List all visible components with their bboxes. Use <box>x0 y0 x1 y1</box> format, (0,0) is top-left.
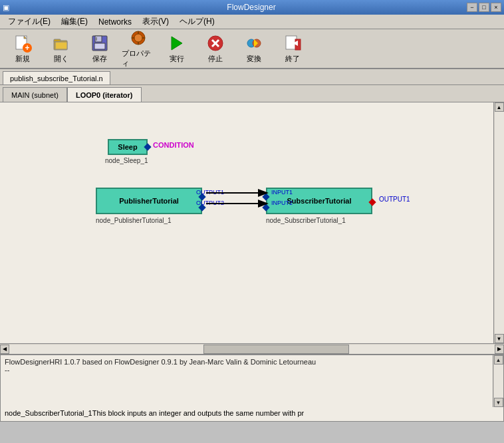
hscroll-left-button[interactable]: ◀ <box>0 345 9 354</box>
connection-arrows <box>0 102 493 343</box>
tooltip-bar: node_SubscriberTutorial_1This block inpu… <box>0 407 504 422</box>
status-line2: -- <box>5 366 499 374</box>
view-tab-loop0[interactable]: LOOP0 (iterator) <box>67 87 142 102</box>
properties-icon <box>129 29 148 47</box>
status-scroll-up[interactable]: ▲ <box>494 355 503 365</box>
scroll-down-button[interactable]: ▼ <box>495 334 504 343</box>
svg-rect-14 <box>138 42 139 45</box>
canvas-container: Sleep node_Sleep_1 CONDITION PublisherTu… <box>0 102 504 343</box>
status-scroll-track[interactable] <box>494 365 503 398</box>
publisher-output2-label: OUTPUT2 <box>196 200 224 206</box>
subscriber-input2-port <box>262 204 269 211</box>
svg-rect-10 <box>96 37 97 41</box>
toolbar-quit-button[interactable]: 終了 <box>275 31 310 66</box>
toolbar-transform-label: 変換 <box>247 54 261 64</box>
svg-marker-17 <box>172 37 182 50</box>
view-tab-main[interactable]: MAIN (subnet) <box>3 87 67 102</box>
subscriber-output1-port <box>368 198 376 206</box>
new-icon: + <box>13 34 32 53</box>
toolbar-run-label: 実行 <box>170 54 184 64</box>
quit-icon <box>283 34 302 53</box>
hscroll-thumb[interactable] <box>203 345 349 354</box>
toolbar-properties-label: プロパティ <box>122 49 155 69</box>
sleep-condition-label: CONDITION <box>153 141 194 149</box>
publisher-node-label: PublisherTutorial <box>119 197 179 205</box>
menu-view[interactable]: 表示(V) <box>137 15 174 29</box>
toolbar-properties-button[interactable]: プロパティ <box>121 31 156 66</box>
maximize-button[interactable]: □ <box>479 3 489 12</box>
publisher-output1-label: OUTPUT1 <box>196 189 224 196</box>
toolbar-stop-label: 停止 <box>208 54 223 64</box>
window-title: FlowDesigner <box>227 3 275 12</box>
status-line1: FlowDesignerHRI 1.0.7 based on FlowDesig… <box>5 358 499 366</box>
title-bar: ▣ FlowDesigner − □ × <box>0 0 504 15</box>
subscriber-input1-label: INPUT1 <box>271 189 293 196</box>
stop-icon <box>206 34 225 53</box>
svg-point-12 <box>134 34 142 42</box>
right-scrollbar: ▲ ▼ <box>493 102 504 343</box>
toolbar-quit-label: 終了 <box>285 54 300 64</box>
scroll-up-button[interactable]: ▲ <box>495 102 504 112</box>
sleep-output-port <box>144 143 151 150</box>
toolbar-new-button[interactable]: + 新規 <box>5 31 40 66</box>
subscriber-node-sublabel: node_SubscriberTutorial_1 <box>266 217 346 224</box>
toolbar-run-button[interactable]: 実行 <box>160 31 194 66</box>
svg-rect-16 <box>142 37 145 39</box>
horizontal-scrollbar: ◀ ▶ <box>0 343 504 354</box>
sleep-node-sublabel: node_Sleep_1 <box>105 157 148 164</box>
status-scroll-down[interactable]: ▼ <box>494 398 503 407</box>
subscriber-input2-label: INPUT2 <box>271 200 293 206</box>
toolbar-new-label: 新規 <box>15 54 30 64</box>
menu-help[interactable]: ヘルプ(H) <box>174 15 220 29</box>
toolbar-save-button[interactable]: 保存 <box>82 31 117 66</box>
open-icon <box>52 34 70 53</box>
svg-rect-9 <box>94 43 105 49</box>
toolbar-open-button[interactable]: 開く <box>44 31 78 66</box>
sleep-node-label: Sleep <box>118 143 137 151</box>
status-scrollbar: ▲ ▼ <box>493 355 503 407</box>
menu-file[interactable]: ファイル(E) <box>3 15 56 29</box>
svg-rect-5 <box>54 39 61 42</box>
file-tabs: publish_subscribe_Tutorial.n <box>0 69 504 85</box>
scroll-track[interactable] <box>495 112 504 334</box>
menu-edit[interactable]: 編集(E) <box>56 15 93 29</box>
publisher-node-sublabel: node_PublisherTutorial_1 <box>96 217 172 224</box>
toolbar-save-label: 保存 <box>92 54 107 64</box>
run-icon <box>168 34 186 53</box>
toolbar-stop-button[interactable]: 停止 <box>198 31 233 66</box>
view-tabs: MAIN (subnet) LOOP0 (iterator) <box>0 85 504 102</box>
svg-rect-15 <box>132 37 134 39</box>
menu-networks[interactable]: Networks <box>93 16 137 28</box>
svg-rect-13 <box>138 31 139 34</box>
save-icon <box>90 34 109 53</box>
hscroll-track[interactable] <box>9 345 495 354</box>
svg-rect-6 <box>55 42 67 49</box>
status-area: FlowDesignerHRI 1.0.7 based on FlowDesig… <box>0 354 504 407</box>
toolbar-open-label: 開く <box>54 54 68 64</box>
window-controls: − □ × <box>467 3 501 12</box>
minimize-button[interactable]: − <box>467 3 477 12</box>
hscroll-right-button[interactable]: ▶ <box>495 345 504 354</box>
file-tab-0[interactable]: publish_subscribe_Tutorial.n <box>3 71 110 84</box>
toolbar-transform-button[interactable]: 変換 <box>237 31 271 66</box>
toolbar: + 新規 開く 保存 <box>0 29 504 69</box>
subscriber-node-label: SubscriberTutorial <box>287 197 352 205</box>
sleep-node[interactable]: Sleep <box>108 139 148 155</box>
canvas[interactable]: Sleep node_Sleep_1 CONDITION PublisherTu… <box>0 102 493 343</box>
transform-icon <box>245 34 263 53</box>
publisher-node[interactable]: PublisherTutorial <box>96 188 202 214</box>
subscriber-output1-label: OUTPUT1 <box>379 196 410 203</box>
close-button[interactable]: × <box>491 3 501 12</box>
subscriber-input1-port <box>262 193 269 200</box>
svg-text:+: + <box>25 43 29 53</box>
menu-bar: ファイル(E) 編集(E) Networks 表示(V) ヘルプ(H) <box>0 15 504 29</box>
